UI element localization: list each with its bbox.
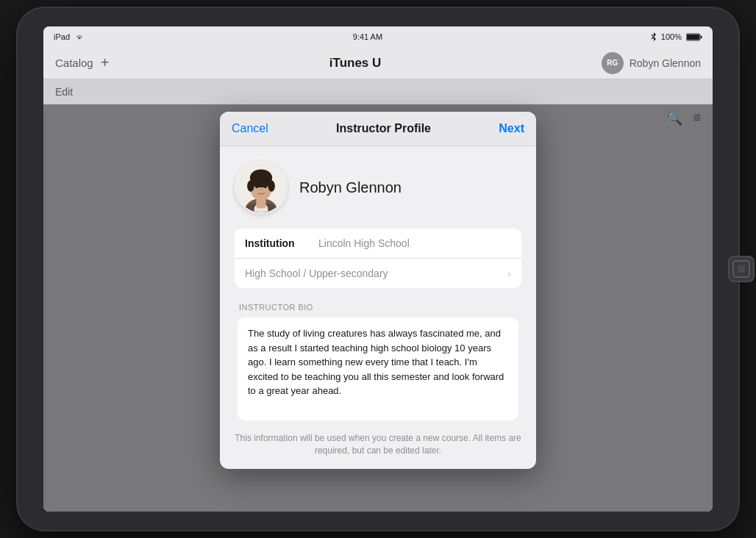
bio-textarea[interactable] bbox=[238, 318, 518, 420]
svg-point-14 bbox=[268, 181, 274, 192]
status-bar-left: iPad bbox=[54, 32, 85, 41]
institution-card: Institution Lincoln High School High Sch… bbox=[235, 229, 521, 288]
modal-title: Instructor Profile bbox=[336, 122, 431, 135]
bluetooth-icon bbox=[651, 32, 657, 41]
wifi-icon bbox=[74, 33, 85, 40]
device-name-label: iPad bbox=[54, 32, 70, 41]
battery-percent-label: 100% bbox=[661, 32, 682, 41]
school-type-row[interactable]: High School / Upper-secondary › bbox=[235, 259, 521, 288]
content-area: 🔍 ≡ Cancel Instructor Profile Next bbox=[43, 104, 713, 512]
catalog-label[interactable]: Catalog bbox=[55, 57, 93, 69]
status-time: 9:41 AM bbox=[353, 32, 382, 41]
home-button-inner bbox=[732, 260, 750, 278]
home-button-square bbox=[738, 265, 745, 273]
instructor-profile-modal: Cancel Instructor Profile Next bbox=[220, 112, 536, 469]
svg-point-11 bbox=[255, 185, 259, 188]
next-button[interactable]: Next bbox=[499, 122, 524, 135]
status-bar-right: 100% bbox=[651, 32, 702, 41]
school-type-text: High School / Upper-secondary bbox=[245, 268, 388, 279]
profile-avatar[interactable] bbox=[235, 161, 288, 214]
svg-point-12 bbox=[263, 185, 267, 188]
username-label: Robyn Glennon bbox=[630, 57, 701, 69]
edit-bar: Edit bbox=[43, 79, 713, 104]
svg-rect-2 bbox=[687, 35, 699, 40]
bio-section-label: INSTRUCTOR BIO bbox=[238, 303, 518, 312]
edit-label[interactable]: Edit bbox=[55, 86, 73, 98]
user-avatar[interactable]: RG bbox=[602, 52, 624, 74]
profile-name: Robyn Glennon bbox=[299, 179, 402, 196]
chevron-right-icon: › bbox=[507, 268, 511, 279]
nav-bar: Catalog + iTunes U RG Robyn Glennon bbox=[43, 47, 713, 79]
bio-section: INSTRUCTOR BIO bbox=[235, 303, 521, 423]
app-title: iTunes U bbox=[329, 56, 382, 71]
profile-photo bbox=[236, 161, 286, 214]
cancel-button[interactable]: Cancel bbox=[232, 122, 268, 135]
ipad-device: iPad 9:41 AM 100% bbox=[18, 8, 738, 530]
svg-point-13 bbox=[247, 181, 254, 192]
modal-header: Cancel Instructor Profile Next bbox=[220, 112, 536, 146]
avatar-initials: RG bbox=[607, 59, 618, 67]
status-bar: iPad 9:41 AM 100% bbox=[43, 26, 713, 47]
nav-left: Catalog + bbox=[55, 54, 109, 71]
nav-right: RG Robyn Glennon bbox=[602, 52, 701, 74]
institution-label: Institution bbox=[245, 237, 318, 249]
app-content: Edit 🔍 ≡ Cancel Instructor Profile Nex bbox=[43, 79, 713, 512]
battery-icon bbox=[686, 33, 702, 41]
modal-body: Robyn Glennon Institution Lincoln High S… bbox=[220, 146, 536, 423]
institution-value: Lincoln High School bbox=[318, 237, 410, 249]
home-button[interactable] bbox=[728, 256, 755, 282]
modal-overlay: Cancel Instructor Profile Next bbox=[43, 104, 713, 512]
svg-rect-1 bbox=[701, 35, 702, 38]
add-button[interactable]: + bbox=[101, 54, 110, 71]
modal-footer: This information will be used when you c… bbox=[220, 423, 536, 469]
footer-note: This information will be used when you c… bbox=[235, 432, 521, 457]
institution-row: Institution Lincoln High School bbox=[235, 229, 521, 259]
ipad-screen: iPad 9:41 AM 100% bbox=[43, 26, 713, 512]
profile-section: Robyn Glennon bbox=[235, 161, 521, 229]
